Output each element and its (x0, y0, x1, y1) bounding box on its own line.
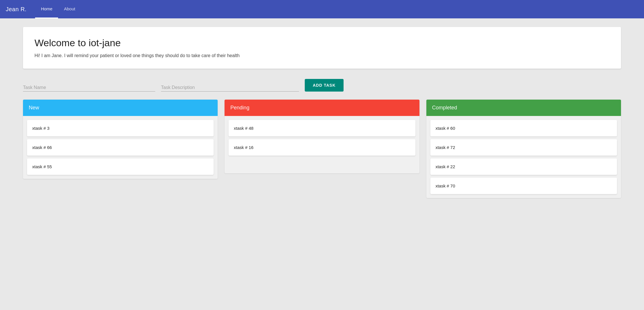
nav-link-home[interactable]: Home (35, 0, 58, 18)
task-card[interactable]: xtask # 66 (27, 139, 214, 156)
task-card[interactable]: xtask # 60 (430, 120, 617, 136)
task-card[interactable]: xtask # 70 (430, 178, 617, 194)
task-card[interactable]: xtask # 3 (27, 120, 214, 136)
column-body-new: xtask # 3 xtask # 66 xtask # 55 (23, 116, 218, 179)
task-card[interactable]: xtask # 16 (229, 139, 415, 156)
column-pending: Pending xtask # 48 xtask # 16 (225, 100, 419, 173)
column-body-completed: xtask # 60 xtask # 72 xtask # 22 xtask #… (426, 116, 621, 198)
column-completed: Completed xtask # 60 xtask # 72 xtask # … (426, 100, 621, 198)
navbar: Jean R. Home About (0, 0, 644, 18)
welcome-subtitle: Hi! I am Jane. I will remind your patien… (34, 53, 610, 58)
task-card[interactable]: xtask # 55 (27, 158, 214, 175)
task-name-input[interactable] (23, 83, 155, 92)
column-new: New xtask # 3 xtask # 66 xtask # 55 (23, 100, 218, 179)
nav-link-about[interactable]: About (58, 0, 81, 18)
task-input-row: ADD TASK (23, 79, 621, 92)
column-body-pending: xtask # 48 xtask # 16 (225, 116, 419, 173)
main-content: Welcome to iot-jane Hi! I am Jane. I wil… (0, 18, 644, 207)
task-desc-group (161, 83, 299, 92)
welcome-card: Welcome to iot-jane Hi! I am Jane. I wil… (23, 27, 621, 69)
add-task-button[interactable]: ADD TASK (305, 79, 344, 92)
columns-row: New xtask # 3 xtask # 66 xtask # 55 Pend… (23, 100, 621, 198)
column-header-completed: Completed (426, 100, 621, 116)
task-name-group (23, 83, 155, 92)
navbar-brand: Jean R. (6, 6, 26, 13)
welcome-title: Welcome to iot-jane (34, 37, 610, 49)
task-card[interactable]: xtask # 48 (229, 120, 415, 136)
task-card[interactable]: xtask # 22 (430, 158, 617, 175)
task-card[interactable]: xtask # 72 (430, 139, 617, 156)
column-header-new: New (23, 100, 218, 116)
task-desc-input[interactable] (161, 83, 299, 92)
column-header-pending: Pending (225, 100, 419, 116)
nav-links: Home About (35, 0, 81, 18)
